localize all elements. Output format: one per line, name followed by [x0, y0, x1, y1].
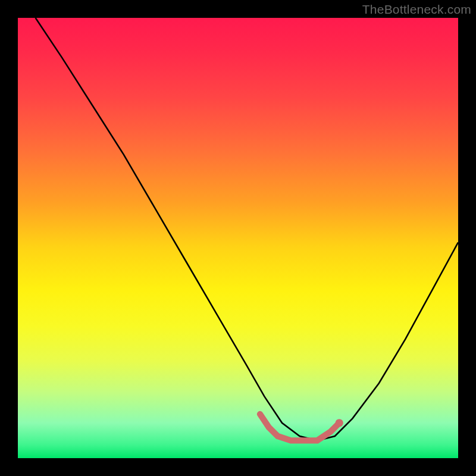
highlight-end-dot	[336, 419, 343, 427]
plot-area	[18, 18, 458, 458]
bottleneck-curve	[36, 18, 458, 440]
chart-frame: TheBottleneck.com	[0, 0, 476, 476]
chart-svg	[18, 18, 458, 458]
watermark-text: TheBottleneck.com	[362, 2, 471, 17]
